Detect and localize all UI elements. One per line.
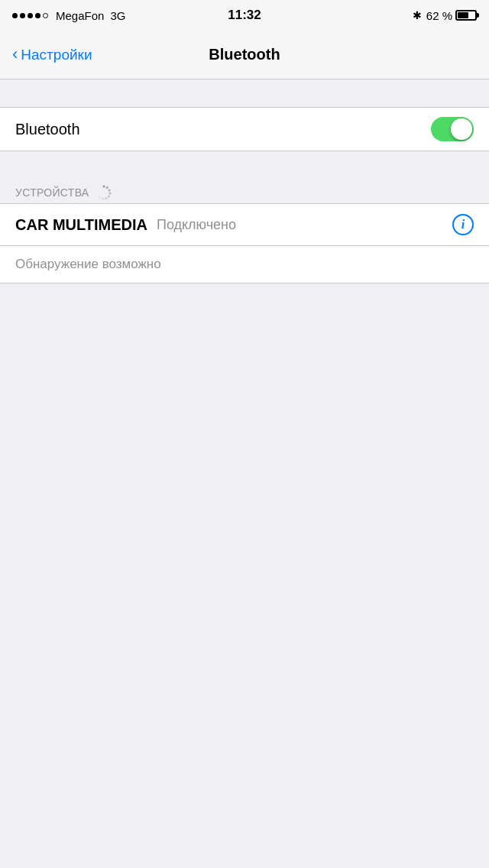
back-chevron-icon: ‹ [12, 46, 18, 63]
mid-spacer [0, 151, 489, 179]
signal-dot-1 [12, 13, 18, 18]
device-name: CAR MULTIMEDIA [15, 216, 147, 234]
signal-dot-4 [35, 13, 40, 18]
device-status: Подключено [157, 217, 236, 233]
battery-fill [458, 12, 468, 18]
svg-point-5 [105, 197, 108, 199]
device-info: CAR MULTIMEDIA Подключено [15, 216, 236, 234]
loading-spinner [96, 185, 112, 200]
svg-point-4 [108, 196, 110, 198]
signal-dot-5 [43, 13, 48, 18]
device-info-button[interactable]: i [452, 214, 474, 235]
svg-point-1 [106, 186, 108, 189]
devices-section-label: УСТРОЙСТВА [15, 186, 89, 199]
svg-point-3 [109, 193, 112, 195]
bluetooth-section: Bluetooth [0, 107, 489, 151]
status-left: MegaFon 3G [12, 9, 125, 22]
battery-percent: 62 % [426, 9, 452, 22]
svg-point-6 [102, 198, 104, 200]
signal-dot-2 [20, 13, 25, 18]
svg-point-2 [108, 189, 111, 192]
signal-dots [12, 13, 48, 18]
device-row[interactable]: CAR MULTIMEDIA Подключено i [0, 203, 489, 246]
status-bar: MegaFon 3G 11:32 ✱ 62 % [0, 0, 489, 31]
status-right: ✱ 62 % [413, 9, 477, 22]
discovery-text: Обнаружение возможно [15, 257, 161, 271]
battery-area: 62 % [426, 9, 477, 22]
status-time: 11:32 [228, 8, 261, 23]
network-label: 3G [110, 9, 125, 22]
top-spacer [0, 79, 489, 107]
navigation-bar: ‹ Настройки Bluetooth [0, 31, 489, 79]
page-title: Bluetooth [209, 46, 280, 63]
discovery-row: Обнаружение возможно [0, 246, 489, 283]
signal-dot-3 [28, 13, 33, 18]
bluetooth-status-icon: ✱ [413, 9, 422, 21]
svg-point-0 [103, 186, 105, 188]
bottom-area [0, 283, 489, 742]
bluetooth-toggle-row: Bluetooth [0, 108, 489, 151]
bluetooth-toggle[interactable] [431, 117, 474, 141]
back-label: Настройки [21, 47, 92, 63]
battery-icon [455, 10, 477, 21]
toggle-knob [451, 118, 472, 140]
back-button[interactable]: ‹ Настройки [12, 47, 92, 63]
svg-point-7 [99, 196, 101, 199]
carrier-label: MegaFon [56, 9, 104, 22]
bluetooth-toggle-label: Bluetooth [15, 121, 80, 138]
devices-header: УСТРОЙСТВА [0, 179, 489, 203]
